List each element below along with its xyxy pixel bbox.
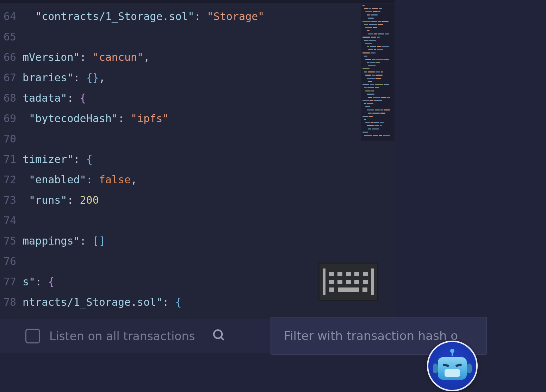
keyboard-icon[interactable] — [318, 263, 378, 301]
line-number: 65 — [0, 27, 16, 47]
listen-all-checkbox[interactable] — [25, 329, 40, 343]
line-number-gutter: 646566676869707172737475767778 — [0, 0, 23, 320]
listen-all-label: Listen on all transactions — [49, 329, 195, 343]
line-number: 73 — [0, 190, 16, 210]
line-number: 77 — [0, 272, 16, 292]
code-line[interactable]: "runs": 200 — [23, 190, 395, 210]
line-number: 74 — [0, 210, 16, 231]
minimap[interactable] — [361, 4, 395, 141]
code-line[interactable] — [23, 129, 395, 149]
line-number: 71 — [0, 149, 16, 170]
code-line[interactable]: "enabled": false, — [23, 170, 395, 190]
line-number: 66 — [0, 47, 16, 68]
code-line[interactable]: "bytecodeHash": "ipfs" — [23, 108, 395, 129]
search-icon[interactable] — [212, 328, 226, 344]
line-number: 64 — [0, 6, 16, 27]
code-line[interactable]: braries": {}, — [23, 68, 395, 88]
right-panel — [395, 0, 546, 320]
line-number: 67 — [0, 68, 16, 88]
code-line[interactable] — [23, 210, 395, 231]
line-number: 72 — [0, 170, 16, 190]
code-line[interactable]: mappings": [] — [23, 231, 395, 251]
line-number: 75 — [0, 231, 16, 251]
code-line[interactable]: timizer": { — [23, 149, 395, 170]
line-number: 76 — [0, 251, 16, 272]
code-line[interactable]: "contracts/1_Storage.sol": "Storage" — [23, 6, 395, 27]
code-line[interactable]: mVersion": "cancun", — [23, 47, 395, 68]
assistant-button[interactable] — [427, 341, 478, 391]
svg-line-1 — [221, 337, 224, 340]
line-number: 70 — [0, 129, 16, 149]
code-line[interactable] — [23, 27, 395, 47]
line-number: 69 — [0, 108, 16, 129]
top-edge — [0, 0, 395, 3]
svg-point-0 — [214, 330, 222, 338]
line-number: 78 — [0, 292, 16, 312]
robot-icon — [438, 357, 467, 380]
line-number: 68 — [0, 88, 16, 108]
code-line[interactable]: tadata": { — [23, 88, 395, 108]
